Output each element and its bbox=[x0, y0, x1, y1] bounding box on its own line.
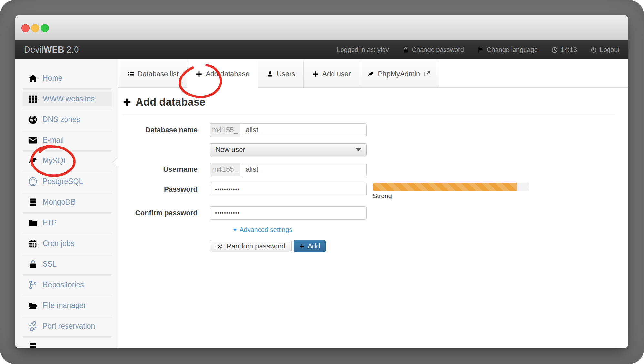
sidebar: Home WWW websites DNS zones bbox=[15, 59, 118, 348]
caret-down-icon bbox=[233, 229, 237, 231]
password-label: Password bbox=[123, 183, 198, 196]
sidebar-item-file-manager[interactable]: File manager bbox=[23, 295, 112, 316]
plus-icon bbox=[312, 71, 319, 77]
tab-bar: Database list Add database Users Add use… bbox=[118, 59, 628, 88]
app-window: DevilWEB 2.0 Logged in as: yiov Change p… bbox=[15, 15, 628, 348]
page-add-database: Add database Database name m4155_ bbox=[118, 88, 628, 252]
strength-label: Strong bbox=[373, 192, 529, 200]
sidebar-item-cron-jobs[interactable]: Cron jobs bbox=[23, 233, 112, 254]
database-stack-icon bbox=[27, 197, 38, 208]
external-link-icon bbox=[424, 71, 430, 77]
password-input[interactable] bbox=[210, 183, 367, 196]
power-icon bbox=[590, 47, 597, 53]
flag-icon bbox=[477, 47, 484, 53]
database-name-row: Database name m4155_ bbox=[123, 123, 615, 137]
plus-icon bbox=[196, 71, 202, 77]
mysql-dolphin-icon bbox=[27, 156, 38, 167]
sidebar-item-repositories[interactable]: Repositories bbox=[23, 275, 112, 295]
clock-icon bbox=[551, 47, 558, 53]
title-divider bbox=[123, 115, 615, 115]
database-name-label: Database name bbox=[123, 123, 198, 137]
username-row: Username m4155_ bbox=[123, 163, 615, 176]
strength-fill bbox=[373, 183, 517, 191]
sidebar-item-dns-zones[interactable]: DNS zones bbox=[23, 109, 112, 130]
home-icon bbox=[27, 73, 38, 84]
user-select-value: New user bbox=[215, 146, 245, 154]
partial-item-icon bbox=[27, 341, 38, 348]
globe-icon bbox=[27, 114, 38, 125]
change-password-link[interactable]: Change password bbox=[403, 46, 464, 54]
sidebar-nav: Home WWW websites DNS zones bbox=[15, 59, 118, 348]
window-minimize-button[interactable] bbox=[31, 24, 39, 32]
strength-meter bbox=[373, 183, 529, 191]
header-right-menu: Logged in as: yiov Change password Chang… bbox=[337, 46, 619, 54]
main-content: Database list Add database Users Add use… bbox=[118, 59, 628, 348]
device-frame: DevilWEB 2.0 Logged in as: yiov Change p… bbox=[0, 0, 644, 364]
app-header: DevilWEB 2.0 Logged in as: yiov Change p… bbox=[15, 40, 628, 59]
brand-logo: DevilWEB 2.0 bbox=[24, 45, 79, 55]
sidebar-item-ssl[interactable]: SSL bbox=[23, 254, 112, 275]
database-name-prefix: m4155_ bbox=[210, 123, 240, 137]
sidebar-item-home[interactable]: Home bbox=[23, 68, 112, 89]
active-item-arrow bbox=[113, 158, 118, 167]
tab-add-database[interactable]: Add database bbox=[187, 60, 258, 87]
sidebar-item-mongodb[interactable]: MongoDB bbox=[23, 192, 112, 213]
add-database-form: Database name m4155_ bbox=[123, 123, 615, 252]
folder-icon bbox=[27, 217, 38, 228]
sidebar-item-www-websites[interactable]: WWW websites bbox=[23, 89, 112, 109]
grid-icon bbox=[27, 94, 38, 105]
sidebar-item-ftp[interactable]: FTP bbox=[23, 213, 112, 233]
sidebar-item-partial bbox=[23, 337, 112, 348]
postgresql-elephant-icon bbox=[27, 176, 38, 187]
change-language-link[interactable]: Change language bbox=[477, 46, 538, 54]
tab-users[interactable]: Users bbox=[258, 60, 303, 87]
envelope-icon bbox=[27, 135, 38, 146]
password-row: Password Strong bbox=[123, 183, 615, 200]
sidebar-item-postgresql[interactable]: PostgreSQL bbox=[23, 171, 112, 192]
plus-icon bbox=[123, 98, 131, 106]
folder-open-icon bbox=[27, 300, 38, 311]
lock-icon bbox=[403, 47, 409, 53]
server-time: 14:13 bbox=[551, 46, 577, 54]
tab-phpmyadmin[interactable]: PhpMyAdmin bbox=[359, 60, 439, 87]
username-input[interactable] bbox=[240, 163, 367, 176]
user-select-dropdown[interactable]: New user bbox=[210, 143, 367, 156]
confirm-password-input[interactable] bbox=[210, 206, 367, 220]
brand-bold: WEB bbox=[44, 45, 64, 55]
random-password-button[interactable]: Random password bbox=[210, 240, 292, 252]
advanced-settings-row: Advanced settings bbox=[233, 226, 615, 235]
lock-icon bbox=[27, 259, 38, 270]
window-zoom-button[interactable] bbox=[41, 24, 49, 32]
shuffle-icon bbox=[216, 243, 223, 250]
tab-add-user[interactable]: Add user bbox=[303, 60, 359, 87]
logged-in-as: Logged in as: yiov bbox=[337, 46, 389, 54]
user-icon bbox=[267, 71, 273, 77]
window-close-button[interactable] bbox=[21, 24, 30, 32]
plus-icon bbox=[299, 244, 304, 249]
sidebar-item-mysql[interactable]: MySQL bbox=[23, 151, 112, 171]
page-title: Add database bbox=[123, 94, 615, 110]
broken-link-icon bbox=[27, 321, 38, 332]
logout-link[interactable]: Logout bbox=[590, 46, 619, 54]
calendar-icon bbox=[27, 238, 38, 249]
brand-regular: Devil bbox=[24, 45, 44, 55]
form-buttons: Random password Add bbox=[210, 240, 615, 252]
user-select-row: New user bbox=[123, 143, 615, 156]
dolphin-icon bbox=[368, 71, 374, 77]
database-name-input[interactable] bbox=[240, 123, 367, 137]
brand-version: 2.0 bbox=[66, 45, 79, 55]
list-icon bbox=[128, 71, 134, 77]
tab-database-list[interactable]: Database list bbox=[119, 60, 187, 87]
sidebar-item-email[interactable]: E-mail bbox=[23, 130, 112, 151]
confirm-password-row: Confirm password bbox=[123, 206, 615, 220]
window-titlebar bbox=[15, 15, 628, 40]
confirm-password-label: Confirm password bbox=[123, 206, 198, 220]
git-branch-icon bbox=[27, 279, 38, 290]
sidebar-item-port-reservation[interactable]: Port reservation bbox=[23, 316, 112, 337]
workspace: Home WWW websites DNS zones bbox=[15, 59, 628, 348]
chevron-down-icon bbox=[356, 148, 361, 151]
advanced-settings-link[interactable]: Advanced settings bbox=[233, 226, 292, 234]
username-label: Username bbox=[123, 163, 198, 176]
username-prefix: m4155_ bbox=[210, 163, 240, 176]
add-button[interactable]: Add bbox=[294, 240, 325, 252]
